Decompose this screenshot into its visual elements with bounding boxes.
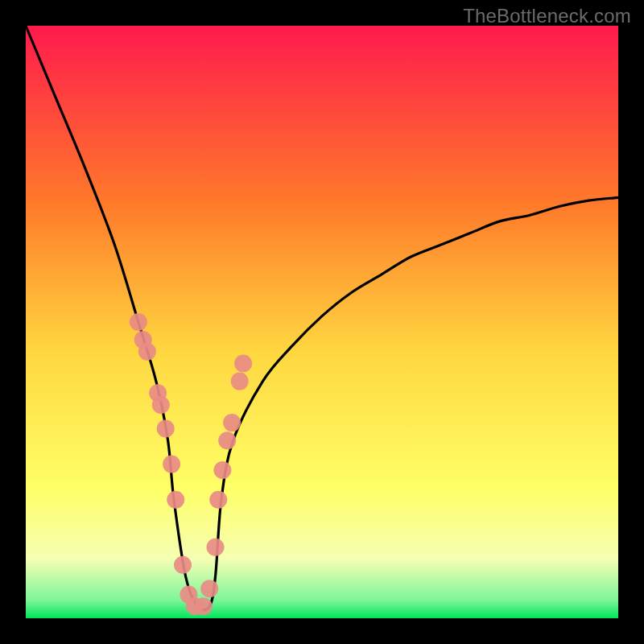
data-point: [174, 556, 192, 574]
data-point: [223, 414, 241, 431]
data-point: [234, 355, 252, 373]
bottleneck-chart: [0, 0, 644, 644]
data-point: [200, 580, 218, 597]
data-point: [218, 431, 236, 449]
data-point: [130, 313, 147, 331]
data-point: [195, 597, 213, 615]
data-point: [163, 456, 180, 473]
data-point: [138, 343, 156, 361]
data-point: [231, 373, 249, 390]
attribution-text: TheBottleneck.com: [463, 5, 631, 27]
data-point: [152, 396, 170, 414]
data-point: [213, 461, 231, 479]
data-point: [157, 420, 175, 438]
data-point: [167, 491, 184, 509]
plot-background: [26, 26, 618, 618]
chart-frame: TheBottleneck.com: [0, 0, 644, 644]
data-point: [209, 491, 227, 509]
data-point: [207, 539, 225, 556]
